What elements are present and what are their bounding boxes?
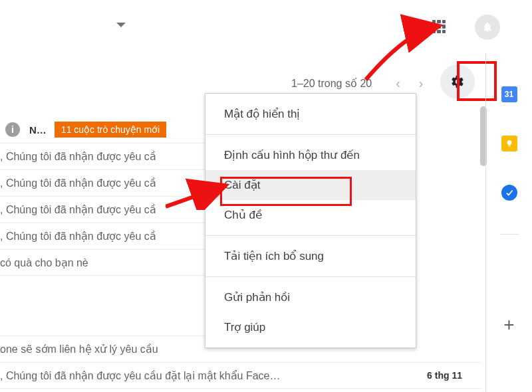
- menu-feedback[interactable]: Gửi phản hồi: [205, 282, 416, 312]
- side-panel: 31 +: [485, 53, 532, 392]
- message-row[interactable]: , Chúng tôi đã nhận được yêu cầu đặt lại…: [0, 362, 482, 389]
- menu-separator: [205, 235, 416, 236]
- sidebar-separator: [500, 234, 519, 235]
- add-addon-button[interactable]: +: [503, 314, 514, 336]
- menu-addons[interactable]: Tải tiện ích bổ sung: [205, 241, 416, 271]
- menu-separator: [205, 276, 416, 277]
- menu-help[interactable]: Trợ giúp: [205, 312, 416, 342]
- tasks-icon[interactable]: [501, 185, 517, 201]
- prev-page-button[interactable]: ‹: [396, 76, 400, 91]
- compose-dropdown-caret[interactable]: [116, 23, 126, 27]
- menu-theme[interactable]: Chủ đề: [205, 200, 416, 230]
- settings-menu: Mật độ hiển thị Định cấu hình hộp thư đế…: [205, 93, 416, 348]
- apps-grid-icon[interactable]: [432, 20, 446, 33]
- menu-separator: [205, 134, 416, 135]
- settings-button[interactable]: [440, 64, 475, 99]
- gear-icon: [450, 74, 465, 89]
- category-label: N…: [29, 124, 47, 136]
- notifications-button[interactable]: [475, 15, 500, 40]
- message-subject: , Chúng tôi đã nhận được yêu cầu đặt lại…: [0, 369, 281, 382]
- menu-configure-inbox[interactable]: Định cấu hình hộp thư đến: [205, 140, 416, 170]
- mail-toolbar: 1–20 trong số 20 ‹ › ê: [0, 70, 472, 96]
- message-date: 6 thg 11: [427, 370, 462, 381]
- info-icon: i: [5, 122, 20, 137]
- menu-settings[interactable]: Cài đặt: [205, 170, 416, 200]
- next-page-button[interactable]: ›: [419, 76, 424, 91]
- pagination-text: 1–20 trong số 20: [291, 77, 372, 90]
- keep-icon[interactable]: [501, 136, 517, 151]
- menu-density[interactable]: Mật độ hiển thị: [205, 99, 416, 129]
- calendar-icon[interactable]: 31: [501, 86, 517, 102]
- new-conversations-badge: 11 cuộc trò chuyện mới: [55, 122, 166, 138]
- bell-icon: [481, 21, 493, 33]
